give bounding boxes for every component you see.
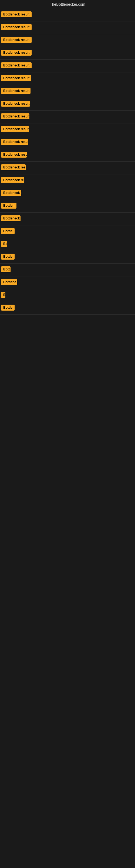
result-row-8: Bottleneck result: [0, 111, 135, 123]
bottleneck-badge-2[interactable]: Bottleneck result: [1, 37, 32, 43]
result-row-23: Bottle: [0, 302, 135, 315]
result-row-18: Bo: [0, 238, 135, 251]
bottleneck-badge-15[interactable]: Bottlen: [1, 203, 16, 209]
result-row-17: Bottle: [0, 225, 135, 238]
bottleneck-badge-0[interactable]: Bottleneck result: [1, 11, 32, 18]
site-title: TheBottlenecker.com: [0, 0, 135, 9]
result-row-19: Bottle: [0, 251, 135, 264]
bottleneck-badge-11[interactable]: Bottleneck resul: [1, 152, 27, 158]
bottleneck-badge-1[interactable]: Bottleneck result: [1, 24, 32, 30]
result-row-2: Bottleneck result: [0, 34, 135, 47]
result-row-14: Bottleneck r: [0, 187, 135, 200]
bottleneck-badge-13[interactable]: Bottleneck resul: [1, 177, 24, 183]
result-row-1: Bottleneck result: [0, 22, 135, 34]
result-row-7: Bottleneck result: [0, 98, 135, 111]
result-row-21: Bottlene: [0, 276, 135, 289]
bottleneck-badge-22[interactable]: B: [1, 292, 5, 298]
results-container: Bottleneck resultBottleneck resultBottle…: [0, 9, 135, 315]
bottleneck-badge-16[interactable]: Bottleneck: [1, 215, 20, 221]
bottleneck-badge-14[interactable]: Bottleneck r: [1, 190, 21, 196]
result-row-10: Bottleneck result: [0, 136, 135, 149]
result-row-4: Bottleneck result: [0, 60, 135, 72]
bottleneck-badge-4[interactable]: Bottleneck result: [1, 62, 32, 68]
result-row-15: Bottlen: [0, 200, 135, 213]
result-row-9: Bottleneck result: [0, 123, 135, 136]
bottleneck-badge-21[interactable]: Bottlene: [1, 279, 17, 285]
bottleneck-badge-19[interactable]: Bottle: [1, 254, 14, 259]
result-row-22: B: [0, 289, 135, 302]
result-row-0: Bottleneck result: [0, 9, 135, 22]
result-row-5: Bottleneck result: [0, 72, 135, 85]
bottleneck-badge-20[interactable]: Bott: [1, 267, 10, 272]
bottleneck-badge-6[interactable]: Bottleneck result: [1, 88, 31, 94]
bottleneck-badge-18[interactable]: Bo: [1, 241, 7, 247]
bottleneck-badge-7[interactable]: Bottleneck result: [1, 101, 30, 106]
bottleneck-badge-10[interactable]: Bottleneck result: [1, 139, 28, 145]
bottleneck-badge-9[interactable]: Bottleneck result: [1, 126, 29, 132]
result-row-20: Bott: [0, 264, 135, 276]
result-row-6: Bottleneck result: [0, 85, 135, 98]
result-row-11: Bottleneck resul: [0, 149, 135, 162]
bottleneck-badge-12[interactable]: Bottleneck result: [1, 164, 26, 170]
bottleneck-badge-8[interactable]: Bottleneck result: [1, 113, 30, 119]
bottleneck-badge-3[interactable]: Bottleneck result: [1, 50, 32, 56]
bottleneck-badge-17[interactable]: Bottle: [1, 228, 14, 234]
result-row-13: Bottleneck resul: [0, 175, 135, 187]
result-row-16: Bottleneck: [0, 213, 135, 225]
result-row-12: Bottleneck result: [0, 162, 135, 175]
bottleneck-badge-23[interactable]: Bottle: [1, 305, 14, 311]
bottleneck-badge-5[interactable]: Bottleneck result: [1, 75, 31, 81]
result-row-3: Bottleneck result: [0, 47, 135, 60]
